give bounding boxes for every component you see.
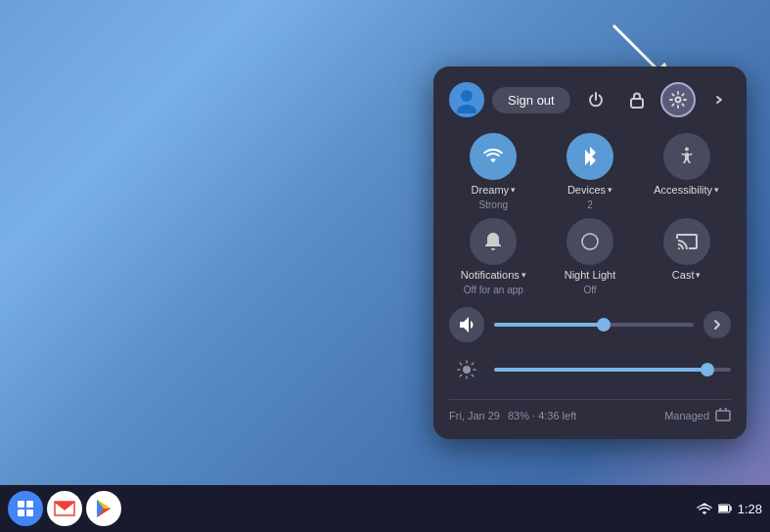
svg-point-2 <box>461 90 473 102</box>
gmail-icon[interactable] <box>47 491 82 526</box>
panel-top-row: Sign out <box>449 82 731 117</box>
tile-notifications-icon <box>470 218 517 265</box>
footer-battery: 83% · 4:36 left <box>508 410 576 421</box>
arrow-indicator <box>604 16 662 74</box>
tile-dreamy[interactable]: Dreamy ▾ Strong <box>449 133 538 210</box>
managed-icon <box>715 408 731 423</box>
tile-night-light-label: Night Light <box>565 269 616 281</box>
volume-expand-button[interactable] <box>703 311 731 338</box>
footer-left: Fri, Jan 29 83% · 4:36 left <box>449 410 576 421</box>
svg-rect-11 <box>26 501 33 508</box>
avatar[interactable] <box>449 82 484 117</box>
tile-accessibility-icon <box>663 133 710 180</box>
svg-rect-15 <box>719 506 728 511</box>
svg-rect-10 <box>18 501 24 508</box>
power-button[interactable] <box>578 82 613 117</box>
tile-accessibility[interactable]: Accessibility ▾ <box>642 133 731 210</box>
footer-right: Managed <box>664 408 731 423</box>
taskbar: 1:28 <box>0 485 770 532</box>
brightness-slider[interactable] <box>494 368 731 372</box>
svg-line-1 <box>613 25 657 69</box>
volume-row <box>449 307 731 342</box>
tile-devices[interactable]: Devices ▾ 2 <box>546 133 635 210</box>
volume-icon[interactable] <box>449 307 484 342</box>
tile-devices-sublabel: 2 <box>587 200 593 210</box>
brightness-row <box>449 352 731 387</box>
tile-devices-chevron: ▾ <box>608 185 612 195</box>
tile-cast[interactable]: Cast ▾ <box>642 218 731 295</box>
tile-notifications[interactable]: Notifications ▾ Off for an app <box>449 218 538 295</box>
svg-point-3 <box>457 105 476 113</box>
settings-button[interactable] <box>660 82 696 117</box>
svg-point-7 <box>582 234 598 249</box>
tile-dreamy-chevron: ▾ <box>511 185 516 195</box>
tile-accessibility-label: Accessibility ▾ <box>654 184 719 196</box>
desktop-background: Sign out <box>0 0 770 532</box>
tile-devices-label: Devices ▾ <box>567 184 612 196</box>
panel-top-icons <box>578 82 737 117</box>
tile-night-light-sublabel: Off <box>583 285 596 295</box>
panel-footer: Fri, Jan 29 83% · 4:36 left Managed <box>449 408 731 423</box>
battery-taskbar-icon <box>718 503 732 514</box>
taskbar-left <box>8 491 121 526</box>
taskbar-time: 1:28 <box>738 502 762 516</box>
svg-rect-12 <box>18 510 24 516</box>
taskbar-right: 1:28 <box>697 502 762 516</box>
tile-cast-icon <box>663 218 710 265</box>
launcher-icon[interactable] <box>8 491 43 526</box>
svg-point-8 <box>463 366 471 374</box>
brightness-icon <box>449 352 484 387</box>
tiles-grid: Dreamy ▾ Strong Devices ▾ 2 <box>449 133 731 295</box>
svg-rect-9 <box>716 411 730 421</box>
svg-point-5 <box>675 98 680 103</box>
tile-notifications-sublabel: Off for an app <box>464 285 523 295</box>
tile-dreamy-sublabel: Strong <box>479 200 508 210</box>
tile-night-light[interactable]: Night Light Off <box>546 218 635 295</box>
tile-notifications-chevron: ▾ <box>521 270 526 280</box>
tile-dreamy-icon <box>470 133 517 180</box>
lock-button[interactable] <box>619 82 655 117</box>
tile-cast-label: Cast ▾ <box>672 269 702 281</box>
play-store-icon[interactable] <box>86 491 121 526</box>
volume-slider[interactable] <box>494 323 694 327</box>
quick-settings-panel: Sign out <box>433 66 747 439</box>
svg-rect-13 <box>26 510 33 516</box>
wifi-taskbar-icon <box>697 503 712 514</box>
tile-dreamy-label: Dreamy ▾ <box>472 184 517 196</box>
footer-managed: Managed <box>664 410 709 421</box>
panel-chevron-button[interactable] <box>702 82 737 117</box>
tile-accessibility-chevron: ▾ <box>714 185 719 195</box>
svg-point-6 <box>685 148 689 152</box>
panel-divider <box>449 399 731 400</box>
tile-notifications-label: Notifications ▾ <box>461 269 526 281</box>
sign-out-button[interactable]: Sign out <box>492 87 570 113</box>
tile-devices-icon <box>566 133 613 180</box>
tile-night-light-icon <box>566 218 613 265</box>
svg-rect-4 <box>631 99 643 108</box>
tile-cast-chevron: ▾ <box>696 270 701 280</box>
footer-date: Fri, Jan 29 <box>449 410 500 421</box>
